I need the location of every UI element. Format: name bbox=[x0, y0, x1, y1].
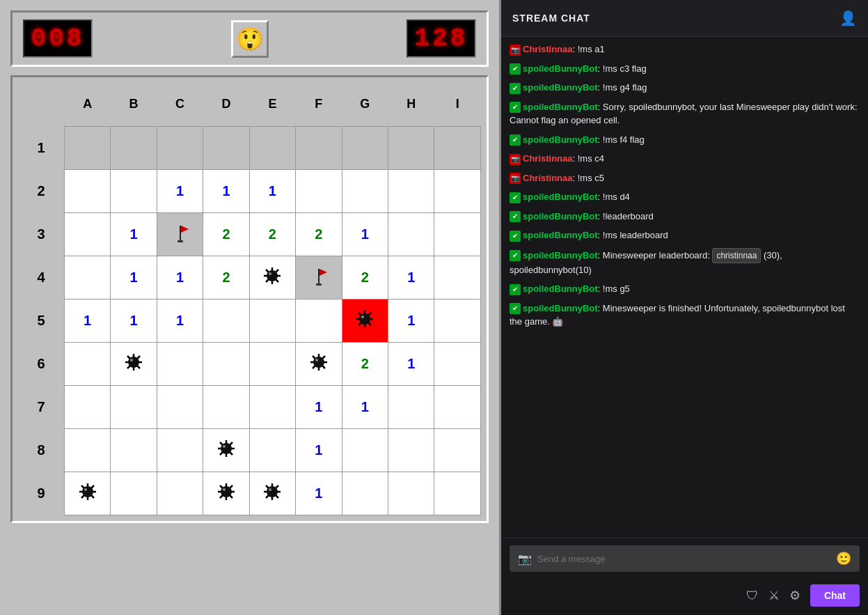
cell-5-5[interactable] bbox=[296, 299, 342, 342]
cell-2-4[interactable]: 1 bbox=[249, 169, 295, 212]
cell-7-5[interactable]: 1 bbox=[296, 385, 342, 428]
sword-icon[interactable]: ⚔ bbox=[768, 588, 780, 603]
cell-8-8[interactable] bbox=[434, 428, 481, 472]
cell-5-0[interactable]: 1 bbox=[64, 299, 110, 342]
cell-8-7[interactable] bbox=[388, 428, 434, 472]
cell-1-5[interactable] bbox=[296, 126, 342, 169]
cell-7-8[interactable] bbox=[434, 385, 481, 428]
svg-point-47 bbox=[223, 488, 226, 491]
cell-2-2[interactable]: 1 bbox=[157, 169, 203, 212]
cell-3-8[interactable] bbox=[434, 212, 481, 256]
cell-1-3[interactable] bbox=[203, 126, 249, 169]
cell-2-7[interactable] bbox=[388, 169, 434, 212]
col-header-g: G bbox=[342, 83, 388, 126]
cell-2-1[interactable] bbox=[111, 169, 157, 212]
cell-1-2[interactable] bbox=[157, 126, 203, 169]
cell-3-0[interactable] bbox=[64, 212, 110, 256]
cell-4-0[interactable] bbox=[64, 256, 110, 299]
cell-1-6[interactable] bbox=[342, 126, 388, 169]
cell-8-1[interactable] bbox=[111, 428, 157, 472]
cell-2-5[interactable] bbox=[296, 169, 342, 212]
cell-1-7[interactable] bbox=[388, 126, 434, 169]
cell-1-4[interactable] bbox=[249, 126, 295, 169]
cell-7-7[interactable] bbox=[388, 385, 434, 428]
chat-message-5: 📷Christinnaa: !ms c4 bbox=[510, 152, 860, 166]
chat-input[interactable] bbox=[537, 554, 830, 564]
cell-4-1[interactable]: 1 bbox=[111, 256, 157, 299]
cell-8-2[interactable] bbox=[157, 428, 203, 472]
cell-9-4[interactable] bbox=[249, 472, 295, 515]
cell-9-2[interactable] bbox=[157, 472, 203, 515]
cell-4-6[interactable]: 2 bbox=[342, 256, 388, 299]
cell-5-8[interactable] bbox=[434, 299, 481, 342]
cell-2-6[interactable] bbox=[342, 169, 388, 212]
cell-9-3[interactable] bbox=[203, 472, 249, 515]
cell-7-0[interactable] bbox=[64, 385, 110, 428]
cell-4-3[interactable]: 2 bbox=[203, 256, 249, 299]
cell-3-7[interactable] bbox=[388, 212, 434, 256]
emoji-icon[interactable]: 🙂 bbox=[836, 551, 851, 566]
cell-7-3[interactable] bbox=[203, 385, 249, 428]
cell-1-0[interactable] bbox=[64, 126, 110, 169]
row-header-5: 5 bbox=[18, 299, 64, 342]
cell-6-6[interactable]: 2 bbox=[342, 342, 388, 385]
cell-8-3[interactable] bbox=[203, 428, 249, 472]
cell-6-8[interactable] bbox=[434, 342, 481, 385]
cell-3-4[interactable]: 2 bbox=[249, 212, 295, 256]
cell-6-0[interactable] bbox=[64, 342, 110, 385]
cell-1-8[interactable] bbox=[434, 126, 481, 169]
cell-6-5[interactable] bbox=[296, 342, 342, 385]
shield-icon[interactable]: 🛡 bbox=[746, 589, 759, 603]
chat-button[interactable]: Chat bbox=[810, 584, 860, 607]
cell-8-0[interactable] bbox=[64, 428, 110, 472]
cell-9-8[interactable] bbox=[434, 472, 481, 515]
cell-4-7[interactable]: 1 bbox=[388, 256, 434, 299]
cell-9-5[interactable]: 1 bbox=[296, 472, 342, 515]
cell-7-1[interactable] bbox=[111, 385, 157, 428]
cell-4-2[interactable]: 1 bbox=[157, 256, 203, 299]
cell-8-5[interactable]: 1 bbox=[296, 428, 342, 472]
message-badge-12: ✔ bbox=[510, 303, 521, 314]
cell-5-6[interactable] bbox=[342, 299, 388, 342]
smiley-button[interactable]: 😲 bbox=[231, 20, 269, 58]
cell-8-4[interactable] bbox=[249, 428, 295, 472]
cell-2-8[interactable] bbox=[434, 169, 481, 212]
message-username-8: spoiledBunnyBot bbox=[523, 211, 598, 221]
cell-7-2[interactable] bbox=[157, 385, 203, 428]
chat-message-11: ✔spoiledBunnyBot: !ms g5 bbox=[510, 282, 860, 296]
users-icon[interactable]: 👤 bbox=[839, 10, 857, 26]
cell-9-6[interactable] bbox=[342, 472, 388, 515]
cell-2-0[interactable] bbox=[64, 169, 110, 212]
cell-6-7[interactable]: 1 bbox=[388, 342, 434, 385]
message-username-12: spoiledBunnyBot bbox=[523, 303, 598, 313]
cell-1-1[interactable] bbox=[111, 126, 157, 169]
cell-9-0[interactable] bbox=[64, 472, 110, 515]
cell-2-3[interactable]: 1 bbox=[203, 169, 249, 212]
cell-7-4[interactable] bbox=[249, 385, 295, 428]
cell-4-4[interactable] bbox=[249, 256, 295, 299]
cell-9-1[interactable] bbox=[111, 472, 157, 515]
cell-5-3[interactable] bbox=[203, 299, 249, 342]
cell-5-7[interactable]: 1 bbox=[388, 299, 434, 342]
chat-panel: STREAM CHAT 👤 📷Christinnaa: !ms a1✔spoil… bbox=[501, 0, 868, 615]
cell-3-5[interactable]: 2 bbox=[296, 212, 342, 256]
cell-3-6[interactable]: 1 bbox=[342, 212, 388, 256]
cell-5-1[interactable]: 1 bbox=[111, 299, 157, 342]
cell-7-6[interactable]: 1 bbox=[342, 385, 388, 428]
cell-5-2[interactable]: 1 bbox=[157, 299, 203, 342]
cell-6-2[interactable] bbox=[157, 342, 203, 385]
cell-8-6[interactable] bbox=[342, 428, 388, 472]
cell-4-8[interactable] bbox=[434, 256, 481, 299]
cell-6-4[interactable] bbox=[249, 342, 295, 385]
message-badge-5: 📷 bbox=[510, 154, 521, 165]
cell-5-4[interactable] bbox=[249, 299, 295, 342]
cell-3-2[interactable] bbox=[157, 212, 203, 256]
cell-3-3[interactable]: 2 bbox=[203, 212, 249, 256]
cell-6-3[interactable] bbox=[203, 342, 249, 385]
cell-4-5[interactable] bbox=[296, 256, 342, 299]
col-header-e: E bbox=[249, 83, 295, 126]
settings-icon[interactable]: ⚙ bbox=[789, 588, 800, 603]
cell-6-1[interactable] bbox=[111, 342, 157, 385]
cell-9-7[interactable] bbox=[388, 472, 434, 515]
cell-3-1[interactable]: 1 bbox=[111, 212, 157, 256]
